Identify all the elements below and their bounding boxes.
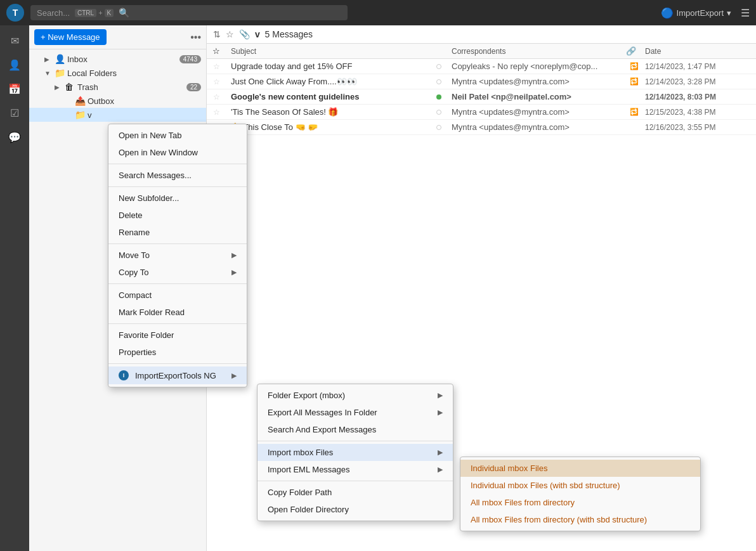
ctx-importexport[interactable]: I ImportExportTools NG ▶ bbox=[108, 366, 247, 384]
folder-icon-v: 📁 bbox=[75, 110, 85, 120]
ctx-individual-mbox-sbd-label: Individual mbox Files (with sbd structur… bbox=[471, 481, 690, 490]
table-row[interactable]: ☆ Upgrade today and get 15% OFF Copyleak… bbox=[207, 59, 756, 74]
ctx-mark-folder-read[interactable]: Mark Folder Read bbox=[108, 304, 247, 321]
table-row[interactable]: ☆ Just One Click Away From....👀👀 Myntra … bbox=[207, 74, 756, 89]
folder-item-v[interactable]: 📁 v bbox=[29, 108, 206, 122]
th-star: ☆ bbox=[207, 46, 226, 56]
folder-title: v 5 Messages bbox=[255, 29, 750, 39]
ctx-properties[interactable]: Properties bbox=[108, 344, 247, 361]
ctx-all-mbox-dir-label: All mbox Files from directory bbox=[471, 498, 690, 507]
folder-arrow-local: ▼ bbox=[44, 70, 52, 77]
ctx-sep-4 bbox=[108, 283, 247, 284]
table-row[interactable]: ☆ 'Tis The Season Of Sales! 🎁 Myntra <up… bbox=[207, 105, 756, 120]
msg-correspondents-1: Copyleaks - No reply <noreplym@cop... bbox=[448, 62, 626, 71]
ctx-export-all-messages[interactable]: Export All Messages In Folder ▶ bbox=[257, 404, 453, 421]
msg-date-5: 12/16/2023, 3:55 PM bbox=[642, 123, 756, 132]
msg-subject-4: 'Tis The Season Of Sales! 🎁 bbox=[226, 107, 429, 117]
ctx-folder-export-mbox[interactable]: Folder Export (mbox) ▶ bbox=[257, 387, 453, 404]
ctx-delete-label: Delete bbox=[119, 211, 237, 220]
import-export-button[interactable]: 🔵 ImportExport ▾ bbox=[661, 7, 731, 19]
ctx-sep-5 bbox=[108, 323, 247, 324]
ctx-all-mbox-dir-sbd-label: All mbox Files from directory (with sbd … bbox=[471, 515, 690, 524]
ctx-favorite-folder-label: Favorite Folder bbox=[119, 330, 237, 340]
ctx-rename-label: Rename bbox=[119, 228, 237, 237]
folder-icon-local: 📁 bbox=[55, 68, 65, 78]
msg-thread-2: 🔁 bbox=[626, 77, 642, 86]
search-bar[interactable]: Search... CTRL + K 🔍 bbox=[30, 5, 348, 20]
search-placeholder: Search... bbox=[37, 8, 70, 18]
ctx-open-new-window[interactable]: Open in New Window bbox=[108, 144, 247, 161]
table-header: ☆ Subject Correspondents 🔗 Date bbox=[207, 44, 756, 59]
folder-arrow-inbox: ▶ bbox=[44, 56, 52, 63]
msg-star-4[interactable]: ☆ bbox=[207, 108, 226, 117]
table-row[interactable]: ☆ 👆 This Close To 🤜 🤛 Myntra <updates@my… bbox=[207, 120, 756, 135]
ctx-open-folder-dir[interactable]: Open Folder Directory bbox=[257, 501, 453, 518]
ctx-sep-1 bbox=[108, 164, 247, 164]
msg-thread-1: 🔁 bbox=[626, 62, 642, 70]
ctx-search-messages[interactable]: Search Messages... bbox=[108, 167, 247, 184]
th-subject[interactable]: Subject bbox=[226, 47, 429, 56]
ctx-open-new-tab[interactable]: Open in New Tab bbox=[108, 127, 247, 144]
ctx-sep-6 bbox=[108, 363, 247, 364]
folder-item-outbox[interactable]: 📤 Outbox bbox=[29, 94, 206, 108]
ctx-favorite-folder[interactable]: Favorite Folder bbox=[108, 327, 247, 344]
ctx-import-mbox-arrow: ▶ bbox=[438, 448, 443, 457]
folder-item-inbox[interactable]: ▶ 👤 Inbox 4743 bbox=[29, 52, 206, 66]
ctx-copy-folder-path[interactable]: Copy Folder Path bbox=[257, 484, 453, 501]
star-icon[interactable]: ☆ bbox=[226, 29, 234, 39]
msg-star-3[interactable]: ☆ bbox=[207, 93, 226, 101]
ctx-search-export-label: Search And Export Messages bbox=[268, 425, 443, 434]
th-date[interactable]: Date bbox=[642, 47, 756, 56]
ctx-sep-3 bbox=[108, 243, 247, 244]
ctx-rename[interactable]: Rename bbox=[108, 224, 247, 241]
msg-subject-5: 👆 This Close To 🤜 🤛 bbox=[226, 122, 429, 132]
ctx-individual-mbox-sbd[interactable]: Individual mbox Files (with sbd structur… bbox=[460, 477, 700, 494]
ctx-new-subfolder[interactable]: New Subfolder... bbox=[108, 190, 247, 207]
ctx-import-eml-label: Import EML Messages bbox=[268, 465, 434, 474]
hamburger-menu[interactable]: ☰ bbox=[741, 7, 750, 19]
ctx-open-new-window-label: Open in New Window bbox=[119, 148, 237, 157]
message-toolbar: ⇅ ☆ 📎 bbox=[213, 29, 250, 39]
ctx-individual-mbox-label: Individual mbox Files bbox=[471, 463, 690, 473]
th-correspondents[interactable]: Correspondents bbox=[448, 47, 626, 56]
msg-correspondents-3: Neil Patel <np@neilpatel.com> bbox=[448, 92, 626, 101]
sidebar-more-options[interactable]: ••• bbox=[190, 32, 201, 43]
attach-icon[interactable]: 📎 bbox=[239, 29, 250, 39]
sidebar-item-calendar[interactable]: 📅 bbox=[4, 79, 25, 99]
ctx-copy-to[interactable]: Copy To ▶ bbox=[108, 264, 247, 281]
ctx-move-to[interactable]: Move To ▶ bbox=[108, 247, 247, 264]
msg-star-1[interactable]: ☆ bbox=[207, 62, 226, 71]
msg-correspondents-4: Myntra <updates@myntra.com> bbox=[448, 107, 626, 117]
ctx-all-mbox-dir[interactable]: All mbox Files from directory bbox=[460, 494, 700, 511]
folder-item-trash[interactable]: ▶ 🗑 Trash 22 bbox=[29, 80, 206, 94]
ctx-individual-mbox[interactable]: Individual mbox Files bbox=[460, 460, 700, 477]
folder-item-local-folders[interactable]: ▼ 📁 Local Folders bbox=[29, 66, 206, 80]
search-icon[interactable]: 🔍 bbox=[119, 8, 129, 18]
ctx-compact[interactable]: Compact bbox=[108, 287, 247, 304]
ctx-open-folder-dir-label: Open Folder Directory bbox=[268, 505, 443, 514]
ctx-import-mbox[interactable]: Import mbox Files ▶ bbox=[257, 444, 453, 461]
new-message-button[interactable]: + New Message bbox=[34, 29, 107, 45]
folder-name-local: Local Folders bbox=[67, 68, 201, 78]
sort-icon[interactable]: ⇅ bbox=[213, 29, 221, 39]
top-right-area: 🔵 ImportExport ▾ ☰ bbox=[661, 7, 750, 19]
sidebar-item-chat[interactable]: 💬 bbox=[4, 127, 25, 147]
ctx-move-to-arrow: ▶ bbox=[231, 251, 237, 259]
ctx-import-eml[interactable]: Import EML Messages ▶ bbox=[257, 461, 453, 478]
folder-badge-inbox: 4743 bbox=[179, 55, 201, 63]
ctx-search-export[interactable]: Search And Export Messages bbox=[257, 421, 453, 438]
table-row[interactable]: ☆ Google's new content guidelines Neil P… bbox=[207, 89, 756, 105]
ctx-properties-label: Properties bbox=[119, 347, 237, 357]
msg-date-4: 12/15/2023, 4:38 PM bbox=[642, 108, 756, 117]
sidebar-item-tasks[interactable]: ☑ bbox=[4, 103, 25, 123]
ctx-all-mbox-dir-sbd[interactable]: All mbox Files from directory (with sbd … bbox=[460, 511, 700, 528]
ctx-export-all-arrow: ▶ bbox=[438, 408, 443, 417]
ctx-export-all-messages-label: Export All Messages In Folder bbox=[268, 408, 434, 417]
folder-icon-trash: 🗑 bbox=[65, 82, 75, 92]
msg-status-2 bbox=[429, 77, 448, 86]
ctx-new-subfolder-label: New Subfolder... bbox=[119, 193, 237, 203]
sidebar-item-mail[interactable]: ✉ bbox=[4, 30, 25, 51]
ctx-delete[interactable]: Delete bbox=[108, 207, 247, 224]
sidebar-item-contacts[interactable]: 👤 bbox=[4, 55, 25, 75]
msg-star-2[interactable]: ☆ bbox=[207, 77, 226, 86]
